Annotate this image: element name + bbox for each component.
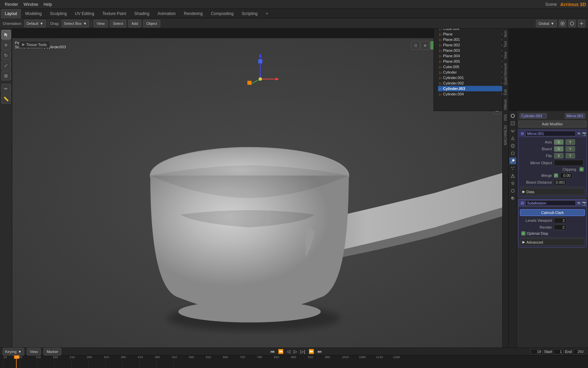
render-value-input[interactable] — [554, 225, 566, 230]
prev-keyframe-btn[interactable]: ⏪ — [277, 349, 284, 354]
axis-x-btn[interactable]: X — [554, 139, 564, 145]
tab-rendering[interactable]: Rendering — [180, 9, 207, 18]
tab-modeling[interactable]: Modeling — [21, 9, 46, 18]
bisect-y-btn[interactable]: Y — [566, 146, 575, 152]
tool-scale[interactable]: ⤢ — [1, 61, 11, 70]
sidebar-label-nmesh[interactable]: NMesh — [503, 97, 508, 112]
merge-value-input[interactable] — [560, 173, 572, 178]
keying-dropdown[interactable]: Keying ▼ — [3, 348, 24, 355]
optimal-display-checkbox[interactable]: ✓ — [521, 231, 525, 235]
tab-texture-paint[interactable]: Texture Paint — [98, 9, 130, 18]
subdivision-render-icon[interactable]: 📷 — [582, 201, 587, 205]
next-keyframe-btn[interactable]: ⏩ — [308, 349, 315, 354]
bisect-distance-input[interactable] — [554, 180, 566, 185]
list-item[interactable]: ▷ Cube.005 ⊞✓ — [438, 64, 508, 70]
tool-move[interactable]: ✛ — [1, 40, 11, 50]
tab-uv-editing[interactable]: UV Editing — [71, 9, 98, 18]
start-frame-input[interactable] — [553, 349, 564, 354]
tool-select[interactable] — [1, 30, 11, 40]
menu-view[interactable]: View — [94, 20, 108, 27]
modifier-subdivision-header[interactable]: ⊞ 👁 📷 ⌃ ⋮ — [519, 199, 586, 207]
current-frame-input[interactable] — [530, 349, 543, 354]
sidebar-label-quad[interactable]: Quad Remesh — [503, 61, 508, 87]
bisect-x-btn[interactable]: X — [554, 146, 564, 152]
menu-window[interactable]: Window — [21, 1, 41, 7]
prop-tab-scene[interactable] — [509, 135, 516, 142]
menu-select[interactable]: Select — [110, 20, 127, 27]
prop-tab-particles[interactable] — [509, 165, 516, 172]
transform-icon[interactable] — [578, 20, 585, 27]
prop-tab-view-layer[interactable] — [509, 127, 516, 134]
tool-annotate[interactable]: ✏ — [1, 84, 11, 93]
merge-checkbox[interactable]: ✓ — [554, 173, 558, 178]
menu-render[interactable]: Render — [2, 1, 21, 7]
timeline-view-menu[interactable]: View — [27, 348, 41, 355]
advanced-section[interactable]: ▶ Advanced — [520, 239, 585, 246]
subdivision-name-input[interactable] — [525, 200, 576, 206]
tab-sculpting[interactable]: Sculpting — [46, 9, 71, 18]
list-item-selected[interactable]: ▷ Cylinder.003 ⊞✓ — [438, 86, 508, 91]
tissue-tools-panel[interactable]: ▶ Tissue Tools — [19, 41, 50, 48]
prop-tab-physics[interactable] — [509, 172, 516, 179]
prop-tab-modifier[interactable] — [509, 157, 516, 164]
mirror-object-value[interactable] — [554, 160, 584, 166]
prop-tab-object[interactable] — [509, 150, 516, 157]
sidebar-label-edit[interactable]: Edit — [503, 87, 508, 97]
global-dropdown[interactable]: Global ▼ — [536, 20, 557, 27]
catmull-clark-btn[interactable]: Catmull-Clark — [520, 209, 585, 216]
tool-transform[interactable]: ⊞ — [1, 71, 11, 80]
list-item[interactable]: ▷ Plane.001 ⊞✓ — [438, 37, 508, 42]
list-item[interactable]: ▷ Plane ⊞✓ — [438, 31, 508, 37]
end-frame-input[interactable] — [573, 349, 585, 354]
modifier-eye-icon[interactable]: 👁 — [577, 132, 581, 136]
menu-add[interactable]: Add — [128, 20, 141, 27]
data-section[interactable]: ▶ Data — [520, 188, 585, 195]
sidebar-label-xns[interactable]: XNS — [503, 112, 508, 123]
sidebar-label-tool[interactable]: Tool — [503, 39, 508, 49]
tool-rotate[interactable]: ↻ — [1, 50, 11, 60]
list-item[interactable]: ▷ Cylinder.001 ⊞✓ — [438, 75, 508, 80]
list-item[interactable]: ▷ Cylinder.002 ⊞✓ — [438, 80, 508, 86]
timeline-marker-menu[interactable]: Marker — [44, 348, 61, 355]
list-item[interactable]: ▷ Plane.002 ⊞✓ — [438, 42, 508, 48]
menu-object[interactable]: Object — [143, 20, 160, 27]
list-item[interactable]: ▷ Plane.004 ⊞✓ — [438, 53, 508, 59]
prop-tab-output[interactable] — [509, 120, 516, 127]
step-forward-btn[interactable]: ▷| — [299, 349, 306, 354]
snap-icon[interactable] — [559, 20, 566, 27]
tool-measure[interactable]: 📏 — [1, 94, 11, 104]
jump-end-btn[interactable]: ⏭ — [316, 349, 323, 354]
step-back-btn[interactable]: ◁ — [286, 349, 291, 354]
viewport-overlay-btn[interactable]: ☷ — [411, 41, 420, 50]
axis-y-btn[interactable]: Y — [566, 139, 575, 145]
modifier-name-input[interactable] — [525, 131, 576, 136]
tab-scripting[interactable]: Scripting — [238, 9, 262, 18]
proportional-icon[interactable] — [568, 20, 576, 27]
list-item[interactable]: ▷ Plane.005 ⊞✓ — [438, 59, 508, 64]
modifier-mirror-header[interactable]: ⊞ 👁 📷 ⌃ ⋮ — [519, 130, 586, 137]
drag-dropdown[interactable]: Select Box ▼ — [62, 20, 89, 27]
prop-tab-render[interactable] — [509, 112, 516, 119]
tab-compositing[interactable]: Compositing — [207, 9, 238, 18]
viewport-gizmo-btn[interactable]: ⊕ — [421, 41, 429, 50]
list-item[interactable]: ▷ Plane.003 ⊞✓ — [438, 48, 508, 53]
play-btn[interactable]: ▷ — [293, 349, 298, 354]
orientation-dropdown[interactable]: Default ▼ — [24, 20, 46, 27]
prop-tab-world[interactable] — [509, 142, 516, 149]
sidebar-label-machine3d[interactable]: MACHINE3D — [503, 123, 508, 147]
prop-tab-material[interactable] — [509, 195, 516, 202]
tab-shading[interactable]: Shading — [130, 9, 153, 18]
list-item[interactable]: ▷ Cylinder.004 ⊞✓ — [438, 91, 508, 97]
jump-start-btn[interactable]: ⏮ — [269, 349, 276, 354]
sidebar-label-view[interactable]: View — [503, 50, 508, 61]
subdivision-eye-icon[interactable]: 👁 — [577, 201, 581, 205]
tab-add[interactable]: + — [262, 9, 272, 18]
clipping-checkbox[interactable]: ✓ — [579, 167, 584, 171]
levels-viewport-input[interactable] — [554, 218, 566, 223]
add-modifier-button[interactable]: Add Modifier — [518, 121, 587, 127]
menu-help[interactable]: Help — [41, 1, 55, 7]
tab-layout[interactable]: Layout — [1, 9, 21, 18]
modifier-render-icon[interactable]: 📷 — [582, 132, 587, 136]
sidebar-label-item[interactable]: Item — [503, 29, 508, 39]
timeline-track[interactable]: 10 60 110 160 210 260 310 360 410 460 51… — [0, 355, 588, 368]
